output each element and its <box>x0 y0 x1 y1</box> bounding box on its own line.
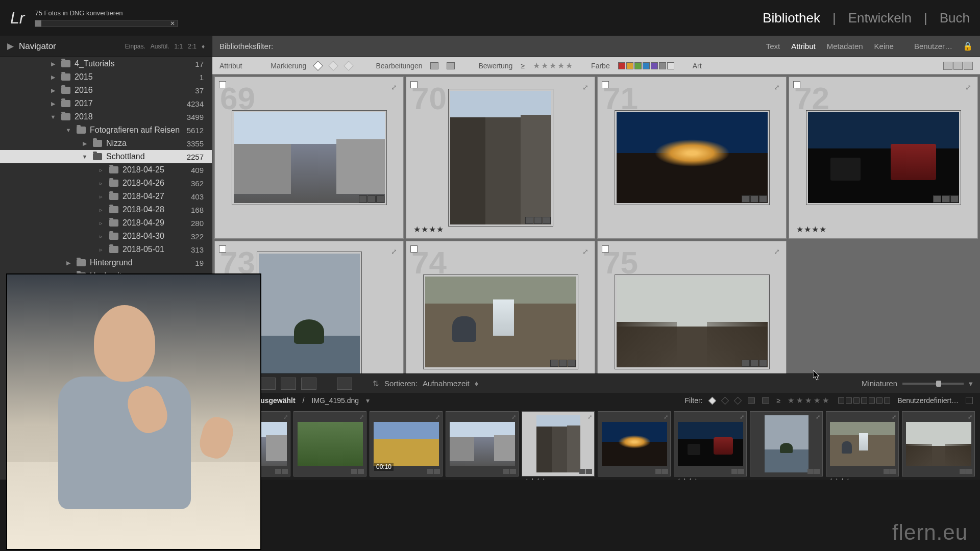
painter-tool-button[interactable] <box>337 378 352 390</box>
fs-rating[interactable]: ★★★★ <box>676 477 699 480</box>
folder-disclosure-icon[interactable]: ▶ <box>64 260 72 266</box>
filmstrip-cell[interactable]: ⤢00:10 <box>370 411 443 477</box>
fs-rotate-icon[interactable]: ⤢ <box>664 414 668 420</box>
fs-color-swatch[interactable] <box>838 397 844 404</box>
badge-icon[interactable] <box>750 360 758 367</box>
cell-flag-checkbox[interactable] <box>793 81 800 88</box>
badge-icon[interactable] <box>890 469 896 474</box>
cell-rotate-icon[interactable]: ⤢ <box>582 247 589 256</box>
filmstrip-cell[interactable]: ⤢★★★★ <box>826 411 899 477</box>
folder-disclosure-icon[interactable]: ▶ <box>49 61 57 67</box>
thumbnail[interactable] <box>806 110 961 205</box>
fs-rotate-icon[interactable]: ⤢ <box>892 414 896 420</box>
badge-icon[interactable] <box>960 469 966 474</box>
folder-disclosure-icon[interactable]: ▹ <box>97 233 105 240</box>
badge-icon[interactable] <box>933 195 941 203</box>
folder-disclosure-icon[interactable]: ▶ <box>81 140 89 147</box>
folder-disclosure-icon[interactable]: ▶ <box>49 101 57 107</box>
rating-stars[interactable]: ★ ★ ★ ★ ★ <box>533 61 573 70</box>
flag-rejected-icon[interactable] <box>344 61 354 71</box>
badge-icon[interactable] <box>351 469 357 474</box>
fs-color-swatch[interactable] <box>876 397 883 404</box>
badge-icon[interactable] <box>534 217 542 224</box>
compare-view-button[interactable] <box>260 378 276 390</box>
zoom-fit[interactable]: Einpas. <box>125 43 145 50</box>
survey-view-button[interactable] <box>281 378 296 390</box>
zoom-2-1[interactable]: 2:1 <box>188 43 197 50</box>
badge-icon[interactable] <box>376 195 384 203</box>
fs-flag-rejected-icon[interactable] <box>734 396 742 405</box>
badge-icon[interactable] <box>884 469 890 474</box>
folder-row[interactable]: ▶Hintergrund19 <box>0 256 212 269</box>
fs-color-swatch[interactable] <box>861 397 867 404</box>
color-swatch[interactable] <box>643 62 650 69</box>
badge-icon[interactable] <box>742 360 750 367</box>
filter-tab-metadata[interactable]: Metadaten <box>827 42 863 51</box>
thumbnail[interactable] <box>423 274 578 369</box>
folder-disclosure-icon[interactable]: ▼ <box>81 154 89 160</box>
badge-icon[interactable] <box>503 469 509 474</box>
flag-picked-icon[interactable] <box>313 61 323 71</box>
badge-icon[interactable] <box>814 469 820 474</box>
fs-rotate-icon[interactable]: ⤢ <box>587 414 592 420</box>
badge-icon[interactable] <box>510 469 516 474</box>
color-swatch[interactable] <box>634 62 642 69</box>
folder-disclosure-icon[interactable]: ▹ <box>97 180 105 187</box>
navigator-disclosure-icon[interactable]: ▶ <box>7 41 14 52</box>
color-swatch[interactable] <box>667 62 674 69</box>
folder-row[interactable]: ▹2018-04-25409 <box>0 163 212 177</box>
folder-disclosure-icon[interactable]: ▹ <box>97 207 105 213</box>
toolbar-menu-icon[interactable]: ▾ <box>969 379 973 388</box>
cell-rating[interactable]: ★★★★ <box>413 224 444 234</box>
filter-preset-menu[interactable]: Benutzer… <box>914 42 952 51</box>
folder-disclosure-icon[interactable]: ▼ <box>49 114 57 120</box>
folder-disclosure-icon[interactable]: ▶ <box>49 74 57 81</box>
color-swatch[interactable] <box>651 62 658 69</box>
fs-rating-stars[interactable]: ★★★★★ <box>788 396 831 405</box>
fs-rotate-icon[interactable]: ⤢ <box>283 414 288 420</box>
folder-row[interactable]: ▶4_Tutorials17 <box>0 57 212 70</box>
badge-icon[interactable] <box>759 360 767 367</box>
fs-rotate-icon[interactable]: ⤢ <box>435 414 440 420</box>
badge-icon[interactable] <box>559 360 567 367</box>
sort-direction-icon[interactable]: ⇅ <box>373 379 379 388</box>
filmstrip-cell[interactable]: ⤢ <box>446 411 519 477</box>
sort-value[interactable]: Aufnahmezeit <box>423 379 470 388</box>
fs-edits-icon[interactable] <box>748 397 755 404</box>
badge-icon[interactable] <box>427 469 433 474</box>
grid-cell[interactable]: 71⤢ <box>597 77 787 239</box>
fs-rotate-icon[interactable]: ⤢ <box>816 414 820 420</box>
cell-flag-checkbox[interactable] <box>410 245 418 253</box>
grid-cell[interactable]: 69⤢ <box>214 77 404 239</box>
cell-rotate-icon[interactable]: ⤢ <box>774 83 780 91</box>
folder-disclosure-icon[interactable]: ▹ <box>97 220 105 227</box>
badge-icon[interactable] <box>282 469 288 474</box>
badge-icon[interactable] <box>358 469 364 474</box>
fs-flag-picked-icon[interactable] <box>708 396 717 405</box>
thumbnail-grid[interactable]: 69⤢70⤢★★★★71⤢72⤢★★★★73⤢74⤢★★★★75⤢★★★★ <box>212 74 980 373</box>
filmstrip[interactable]: ⤢⤢⤢00:10⤢⤢★★★★⤢⤢★★★★⤢⤢★★★★⤢ <box>212 408 980 480</box>
folder-row[interactable]: ▶20151 <box>0 70 212 84</box>
color-swatch[interactable] <box>626 62 633 69</box>
progress-cancel-button[interactable]: ✕ <box>170 20 175 27</box>
badge-icon[interactable] <box>966 469 972 474</box>
module-library[interactable]: Bibliothek <box>763 10 820 26</box>
thumbnail[interactable] <box>615 274 770 369</box>
edits-unedited-icon[interactable] <box>447 62 455 69</box>
thumbnail[interactable] <box>448 89 553 227</box>
folder-row[interactable]: ▹2018-04-29280 <box>0 216 212 230</box>
badge-icon[interactable] <box>759 195 767 203</box>
filename-menu-icon[interactable]: ▾ <box>366 396 370 405</box>
folder-row[interactable]: ▼Schottland2257 <box>0 150 212 163</box>
badge-icon[interactable] <box>738 469 744 474</box>
module-develop[interactable]: Entwickeln <box>848 10 912 26</box>
kind-video-button[interactable] <box>964 62 973 70</box>
thumbnail[interactable] <box>615 110 770 205</box>
star-icon[interactable]: ★ <box>533 61 540 70</box>
folder-row[interactable]: ▹2018-04-28168 <box>0 203 212 216</box>
sort-menu-icon[interactable]: ♦ <box>475 379 479 388</box>
star-icon[interactable]: ★ <box>566 61 573 70</box>
fs-edits-icon[interactable] <box>762 397 769 404</box>
folder-row[interactable]: ▹2018-04-26362 <box>0 177 212 190</box>
fs-color-swatch[interactable] <box>853 397 860 404</box>
